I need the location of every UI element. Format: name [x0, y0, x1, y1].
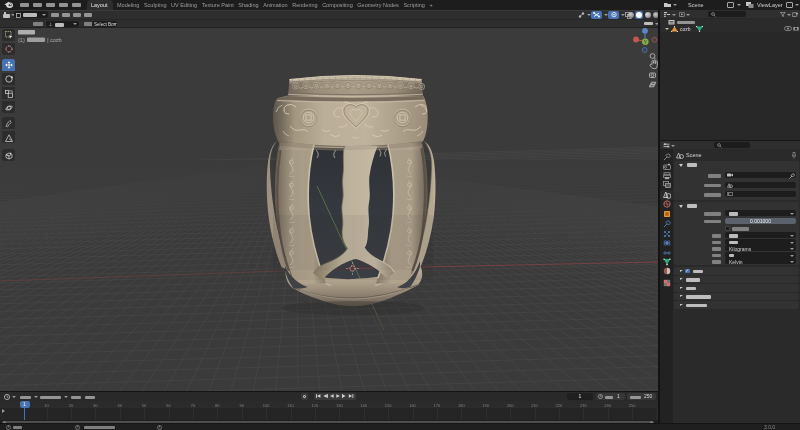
svg-text:(1): (1): [18, 37, 25, 43]
svg-text:| cozb: | cozb: [47, 37, 62, 43]
svg-text:Y: Y: [644, 40, 647, 45]
